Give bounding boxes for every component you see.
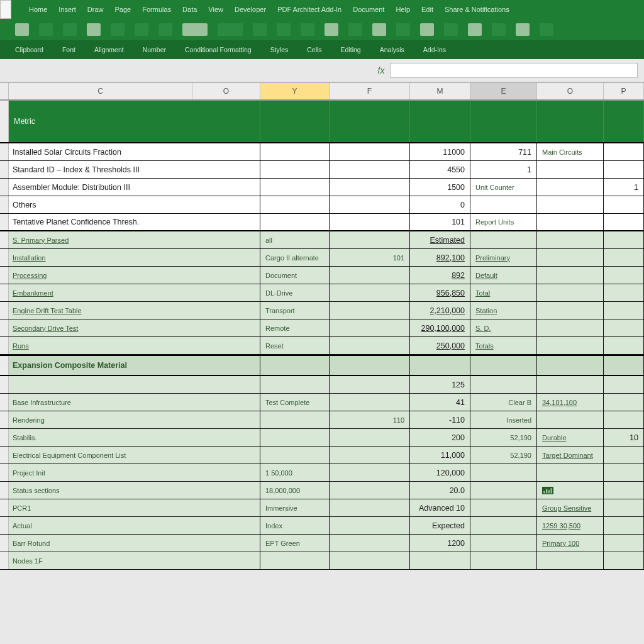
tab-share[interactable]: Share & Notifications bbox=[445, 6, 509, 13]
cell-value[interactable]: 11,000 bbox=[410, 447, 470, 464]
col-header-p[interactable]: P bbox=[604, 83, 644, 99]
fx-icon[interactable]: fx bbox=[372, 65, 390, 75]
tab-formulas[interactable]: Formulas bbox=[142, 6, 171, 13]
tab-insert[interactable]: Insert bbox=[58, 6, 76, 13]
cell-label[interactable]: Electrical Equipment Component List bbox=[9, 447, 260, 464]
table-row[interactable]: Electrical Equipment Component List 11,0… bbox=[0, 447, 644, 464]
insert-cells-icon[interactable] bbox=[468, 23, 482, 36]
table-row[interactable]: 125 bbox=[0, 376, 644, 394]
table-row[interactable]: Status sections 18,000,000 20.0 bbox=[0, 482, 644, 499]
copy-icon[interactable] bbox=[63, 23, 77, 36]
cell-label[interactable]: Installed Solar Circuits Fraction bbox=[9, 143, 260, 160]
paste-icon[interactable] bbox=[15, 23, 29, 36]
cell-value[interactable]: Advanced 10 bbox=[410, 499, 470, 516]
cell-label[interactable]: Actual bbox=[9, 517, 260, 534]
tab-draw[interactable]: Draw bbox=[87, 6, 104, 13]
table-row[interactable]: Installed Solar Circuits Fraction 11000 … bbox=[0, 143, 644, 161]
conditional-format-icon[interactable] bbox=[420, 23, 434, 36]
cell-value[interactable]: 290,100,000 bbox=[410, 319, 470, 336]
table-row[interactable]: Tentative Planet Confidence Thresh. 101 … bbox=[0, 214, 644, 231]
col-header-o2[interactable]: O bbox=[537, 83, 604, 99]
sort-filter-icon[interactable] bbox=[540, 23, 553, 36]
cell-label[interactable]: Base Infrastructure bbox=[9, 394, 260, 411]
select-all-corner[interactable] bbox=[0, 83, 9, 99]
cell-label[interactable]: Embankment bbox=[9, 284, 260, 301]
col-header-m[interactable]: M bbox=[410, 83, 470, 99]
table-row[interactable]: S. Primary Parsed all Estimated bbox=[0, 231, 644, 249]
table-row[interactable]: Engine Drift Test Table Transport 2,210,… bbox=[0, 302, 644, 319]
cell-label[interactable]: Engine Drift Test Table bbox=[9, 302, 260, 319]
cell-label[interactable]: Secondary Drive Test bbox=[9, 319, 260, 336]
cell-value[interactable]: 20.0 bbox=[410, 482, 470, 499]
table-row[interactable]: Installation Cargo II alternate 101 892,… bbox=[0, 249, 644, 267]
cell-value[interactable]: 11000 bbox=[410, 143, 470, 160]
number-format-icon[interactable] bbox=[372, 23, 386, 36]
cell-label[interactable]: Runs bbox=[9, 337, 260, 354]
col-header-c[interactable]: C bbox=[9, 83, 192, 99]
autosum-icon[interactable] bbox=[516, 23, 530, 36]
table-row[interactable]: Embankment DL-Drive 956,850 Total bbox=[0, 284, 644, 302]
format-painter-icon[interactable] bbox=[87, 23, 101, 36]
cell-value[interactable]: 892,100 bbox=[410, 249, 470, 266]
tab-edit[interactable]: Edit bbox=[421, 6, 433, 13]
cell-value[interactable]: -110 bbox=[410, 411, 470, 428]
col-header-o1[interactable]: O bbox=[192, 83, 260, 99]
cell-styles-icon[interactable] bbox=[444, 23, 458, 36]
italic-icon[interactable] bbox=[135, 23, 148, 36]
app-menu-button[interactable] bbox=[0, 0, 11, 19]
cell-label[interactable]: Project Init bbox=[9, 464, 260, 481]
cell-label[interactable]: Installation bbox=[9, 249, 260, 266]
tab-data[interactable]: Data bbox=[182, 6, 197, 13]
table-row[interactable]: Barr Rotund EPT Green 1200 Primary 100 bbox=[0, 535, 644, 552]
underline-icon[interactable] bbox=[158, 23, 172, 36]
cell-value[interactable]: 1200 bbox=[410, 535, 470, 552]
col-header-f[interactable]: F bbox=[330, 83, 410, 99]
cell-value[interactable]: 250,000 bbox=[410, 337, 470, 354]
spreadsheet-grid[interactable]: Metric Installed Solar Circuits Fraction… bbox=[0, 101, 644, 570]
cell-value[interactable]: 200 bbox=[410, 429, 470, 446]
fill-color-icon[interactable] bbox=[182, 23, 208, 36]
cell-value[interactable]: 120,000 bbox=[410, 464, 470, 481]
col-header-y[interactable]: Y bbox=[260, 83, 330, 99]
bold-icon[interactable] bbox=[111, 23, 125, 36]
table-row[interactable]: Standard ID – Index & Thresholds III 455… bbox=[0, 161, 644, 179]
border-icon[interactable] bbox=[218, 23, 243, 36]
formula-input[interactable] bbox=[390, 63, 638, 78]
col-header-e[interactable]: E bbox=[470, 83, 537, 99]
table-row[interactable]: Processing Document 892 Default bbox=[0, 267, 644, 284]
delete-cells-icon[interactable] bbox=[492, 23, 506, 36]
table-row[interactable]: Actual Index Expected 1259 30,500 bbox=[0, 517, 644, 535]
merge-icon[interactable] bbox=[348, 23, 362, 36]
table-row[interactable]: Project Init 1 50,000 120,000 bbox=[0, 464, 644, 482]
chart-icon[interactable] bbox=[537, 482, 604, 499]
tab-pdf-addin[interactable]: PDF Architect Add-In bbox=[277, 6, 341, 13]
tab-help[interactable]: Help bbox=[396, 6, 410, 13]
tab-view[interactable]: View bbox=[208, 6, 223, 13]
align-center-icon[interactable] bbox=[277, 23, 291, 36]
cell-label[interactable]: PCR1 bbox=[9, 499, 260, 516]
align-left-icon[interactable] bbox=[253, 23, 267, 36]
tab-document[interactable]: Document bbox=[353, 6, 384, 13]
table-row[interactable]: Runs Reset 250,000 Totals bbox=[0, 337, 644, 355]
table-row[interactable]: Stabilis. 200 52,190 Durable 10 bbox=[0, 429, 644, 447]
cell-label[interactable]: Processing bbox=[9, 267, 260, 284]
cell-value[interactable]: Expected bbox=[410, 517, 470, 534]
cell-value[interactable]: 892 bbox=[410, 267, 470, 284]
cell-label[interactable]: Status sections bbox=[9, 482, 260, 499]
cell-value[interactable]: 2,210,000 bbox=[410, 302, 470, 319]
tab-home[interactable]: Home bbox=[29, 6, 47, 13]
cell-value[interactable]: 956,850 bbox=[410, 284, 470, 301]
cut-icon[interactable] bbox=[39, 23, 53, 36]
wrap-text-icon[interactable] bbox=[325, 23, 338, 36]
table-row[interactable]: Nodes 1F bbox=[0, 552, 644, 570]
align-right-icon[interactable] bbox=[301, 23, 314, 36]
cell-label[interactable]: Nodes 1F bbox=[9, 552, 260, 569]
percent-icon[interactable] bbox=[396, 23, 410, 36]
tab-developer[interactable]: Developer bbox=[235, 6, 266, 13]
table-row[interactable]: PCR1 Immersive Advanced 10 Group Sensiti… bbox=[0, 499, 644, 517]
table-row[interactable]: Base Infrastructure Test Complete 41 Cle… bbox=[0, 394, 644, 411]
cell-value[interactable]: Estimated bbox=[410, 231, 470, 248]
cell-label[interactable]: Stabilis. bbox=[9, 429, 260, 446]
cell-label[interactable]: Rendering bbox=[9, 411, 260, 428]
tab-page[interactable]: Page bbox=[115, 6, 131, 13]
